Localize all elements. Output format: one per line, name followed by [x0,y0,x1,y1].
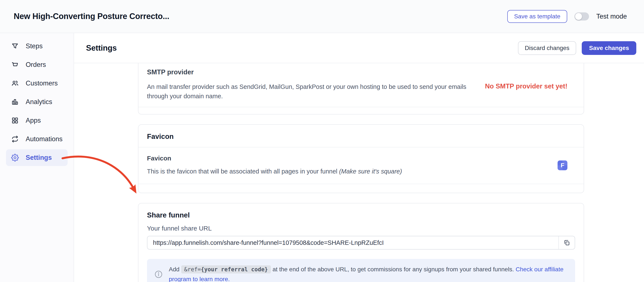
favicon-card: Favicon Favicon This is the favicon that… [138,124,584,193]
sidebar-item-label: Customers [26,79,58,87]
toggle-knob [575,13,582,20]
info-icon [154,270,163,279]
favicon-field-description: This is the favicon that will be associa… [147,167,402,176]
sidebar-item-label: Apps [26,117,41,124]
discard-changes-button[interactable]: Discard changes [518,41,576,55]
topbar-actions: Save as template Test mode [507,10,627,23]
referral-info-box: Add &ref={your referral code} at the end… [147,259,575,282]
share-url-group [147,236,575,250]
smtp-warning-text: No SMTP provider set yet! [485,82,568,90]
settings-header: Settings Discard changes Save changes [74,33,644,63]
referral-info-text: Add &ref={your referral code} at the end… [169,265,568,282]
favicon-field-label: Favicon [147,155,402,162]
page-title: Settings [86,44,518,53]
sidebar-item-label: Automations [26,135,62,143]
sidebar-item-analytics[interactable]: Analytics [6,94,68,110]
sidebar-item-orders[interactable]: Orders [6,56,68,73]
sidebar-item-settings[interactable]: Settings [6,149,68,166]
funnel-title: New High-Converting Posture Correcto... [14,12,507,21]
customers-icon [11,79,19,87]
share-url-label: Your funnel share URL [147,225,575,232]
test-mode-toggle[interactable] [574,12,589,20]
funnel-icon [11,42,19,50]
sidebar-item-apps[interactable]: Apps [6,112,68,129]
sidebar-item-label: Analytics [26,98,52,106]
save-as-template-button[interactable]: Save as template [507,10,567,23]
share-funnel-card: Share funnel Your funnel share URL [138,203,584,282]
settings-scroll-area[interactable]: SMTP provider An mail transfer provider … [74,63,644,282]
apps-grid-icon [11,117,19,124]
favicon-card-title: Favicon [138,125,584,147]
analytics-icon [11,98,19,106]
sidebar-item-label: Settings [26,154,52,161]
share-url-input[interactable] [148,236,558,249]
favicon-note-italic: (Make sure it's square) [339,168,402,175]
favicon-preview[interactable]: F [558,160,568,170]
share-funnel-title: Share funnel [147,211,575,219]
cart-icon [11,61,19,69]
sidebar: Steps Orders Customers Analytics Apps Au… [0,33,74,282]
smtp-provider-title: SMTP provider [147,68,575,76]
main-panel: Settings Discard changes Save changes SM… [74,33,644,282]
test-mode-label: Test mode [596,13,627,20]
sidebar-item-automations[interactable]: Automations [6,131,68,147]
sidebar-item-label: Orders [26,61,46,69]
save-changes-button[interactable]: Save changes [582,41,636,55]
gear-icon [11,154,19,161]
referral-code-pill: &ref={your referral code} [181,265,271,274]
sidebar-item-steps[interactable]: Steps [6,38,68,54]
copy-icon [563,239,570,246]
smtp-provider-description: An mail transfer provider such as SendGr… [147,82,474,101]
copy-url-button[interactable] [558,236,575,249]
topbar: New High-Converting Posture Correcto... … [0,0,644,33]
repeat-icon [11,135,19,143]
smtp-provider-card: SMTP provider An mail transfer provider … [138,63,584,115]
sidebar-item-label: Steps [26,42,42,50]
sidebar-item-customers[interactable]: Customers [6,75,68,92]
